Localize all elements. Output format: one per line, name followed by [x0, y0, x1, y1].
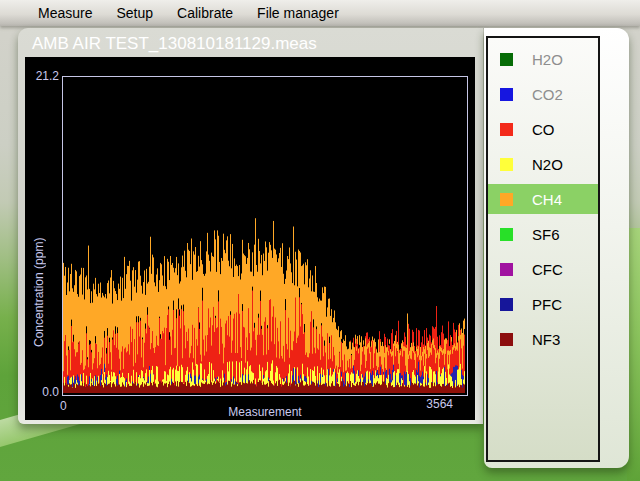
legend-item-ch4[interactable]: CH4: [488, 184, 598, 214]
n2o-color-swatch-icon: [500, 158, 513, 171]
sf6-color-swatch-icon: [500, 228, 513, 241]
y-axis-max-tick: 21.2: [29, 69, 59, 83]
legend-label: CFC: [532, 261, 563, 278]
plot-frame: [62, 76, 468, 396]
legend-label: CO2: [532, 86, 563, 103]
legend-item-co[interactable]: CO: [488, 114, 598, 144]
menu-bar: MeasureSetupCalibrateFile manager: [0, 0, 640, 26]
co-color-swatch-icon: [500, 123, 513, 136]
legend-label: NF3: [532, 331, 560, 348]
legend-item-pfc[interactable]: PFC: [488, 289, 598, 319]
legend-label: N2O: [532, 156, 563, 173]
menu-item-file-manager[interactable]: File manager: [257, 5, 339, 21]
ch4-color-swatch-icon: [500, 193, 513, 206]
legend-panel: H2OCO2CON2OCH4SF6CFCPFCNF3: [484, 28, 629, 468]
measurement-window: AMB AIR TEST_130810181129.meas 21.2 0.0 …: [18, 28, 483, 424]
y-axis-min-tick: 0.0: [29, 385, 59, 399]
legend-item-n2o[interactable]: N2O: [488, 149, 598, 179]
menu-item-calibrate[interactable]: Calibrate: [177, 5, 233, 21]
window-title: AMB AIR TEST_130810181129.meas: [32, 34, 317, 54]
legend-item-h2o[interactable]: H2O: [488, 44, 598, 74]
x-axis-label: Measurement: [62, 405, 468, 419]
pfc-color-swatch-icon: [500, 298, 513, 311]
cfc-color-swatch-icon: [500, 263, 513, 276]
legend-label: CH4: [532, 191, 562, 208]
h2o-color-swatch-icon: [500, 53, 513, 66]
legend-label: PFC: [532, 296, 562, 313]
co2-color-swatch-icon: [500, 88, 513, 101]
nf3-color-swatch-icon: [500, 333, 513, 346]
legend-item-co2[interactable]: CO2: [488, 79, 598, 109]
legend-item-cfc[interactable]: CFC: [488, 254, 598, 284]
y-axis-label: Concentration (ppm): [32, 137, 46, 347]
gas-legend-list: H2OCO2CON2OCH4SF6CFCPFCNF3: [486, 36, 600, 462]
legend-label: H2O: [532, 51, 563, 68]
legend-label: SF6: [532, 226, 560, 243]
menu-item-measure[interactable]: Measure: [38, 5, 92, 21]
legend-item-sf6[interactable]: SF6: [488, 219, 598, 249]
chart-canvas: [63, 77, 465, 393]
chart-area: 21.2 0.0 Concentration (ppm) 0 3564 Meas…: [25, 57, 475, 420]
menu-item-setup[interactable]: Setup: [116, 5, 153, 21]
legend-label: CO: [532, 121, 555, 138]
legend-item-nf3[interactable]: NF3: [488, 324, 598, 354]
